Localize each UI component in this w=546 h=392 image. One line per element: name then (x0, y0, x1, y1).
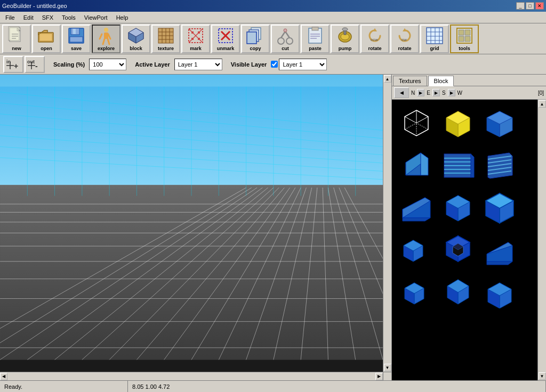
save-icon (67, 26, 86, 45)
copy-button[interactable]: copy (241, 24, 270, 53)
svg-point-43 (278, 38, 284, 44)
block-blue-striped-2[interactable] (480, 146, 519, 185)
new-icon (7, 26, 26, 45)
svg-line-99 (328, 187, 355, 360)
pump-button[interactable]: pump (331, 24, 359, 53)
block-blue-hollow[interactable] (439, 230, 477, 268)
menu-sfx[interactable]: SFX (39, 13, 57, 22)
svg-text:-: - (35, 62, 38, 70)
active-layer-select[interactable]: Layer 1 Layer 2 Layer 3 (174, 59, 222, 70)
dir-prev-button[interactable]: ◀ (394, 87, 409, 98)
block-blue-striped[interactable] (439, 146, 477, 185)
block-button[interactable]: block (122, 24, 150, 53)
mark-icon (186, 26, 205, 45)
menu-file[interactable]: File (2, 13, 18, 22)
block-blue-cube-1[interactable] (480, 105, 519, 143)
block-icon (126, 26, 146, 45)
unmark-button[interactable]: unmark (211, 24, 240, 53)
open-button[interactable]: open (32, 24, 61, 53)
tools-icon (455, 26, 474, 45)
zoom-in-button[interactable]: in + (3, 56, 23, 73)
svg-point-47 (284, 29, 287, 32)
mark-button[interactable]: mark (181, 24, 210, 53)
panel-scroll-up[interactable]: ▲ (539, 100, 546, 108)
cut-button[interactable]: cut (271, 24, 300, 53)
rotate-ccw-button[interactable]: ccw rotate (360, 24, 389, 53)
zoom-out-button[interactable]: out - (25, 56, 45, 73)
svg-line-95 (246, 187, 307, 360)
block-wireframe-cube[interactable] (397, 105, 436, 143)
svg-rect-34 (198, 31, 200, 34)
paste-button[interactable]: paste (301, 24, 330, 53)
scroll-left-arrow[interactable]: ◀ (0, 373, 7, 380)
scaling-select[interactable]: 100 25 50 75 150 200 (89, 59, 126, 70)
save-label: save (71, 46, 82, 51)
dir-next-s[interactable]: ▶ (448, 89, 455, 96)
rotate-cw-icon: cw (395, 26, 414, 45)
viewport-scrollbar-vertical[interactable]: ▲ ▼ (383, 75, 391, 372)
menu-help[interactable]: Help (113, 13, 132, 22)
texture-button[interactable]: texture (151, 24, 180, 53)
dir-next-n[interactable]: ▶ (417, 89, 424, 96)
block-blue-medium[interactable] (439, 271, 477, 309)
block-blue-ramp[interactable] (397, 188, 436, 226)
new-button[interactable]: new (2, 24, 31, 53)
svg-line-16 (108, 34, 110, 39)
grid-icon (425, 26, 444, 45)
save-button[interactable]: save (62, 24, 91, 53)
svg-line-45 (281, 31, 285, 38)
block-blue-small-1[interactable] (397, 230, 436, 268)
tab-textures[interactable]: Textures (393, 76, 427, 86)
viewport-scrollbar-horizontal[interactable]: ◀ ▶ (0, 372, 383, 380)
scroll-down-arrow[interactable]: ▼ (384, 364, 391, 371)
viewport-canvas (0, 75, 391, 380)
dir-next-e[interactable]: ▶ (432, 89, 440, 96)
block-blue-wedge[interactable] (397, 146, 436, 185)
svg-line-91 (136, 187, 284, 360)
titlebar: GeoBuilder - untitled.geo _ □ ✕ (0, 0, 546, 12)
dir-n: N (411, 90, 415, 96)
visible-layer-select[interactable]: Layer 1 Layer 2 Layer 3 (279, 59, 327, 70)
maximize-button[interactable]: □ (526, 2, 534, 10)
visible-layer-checkbox[interactable] (271, 61, 278, 68)
svg-line-97 (301, 187, 317, 360)
block-blue-small-2[interactable] (397, 271, 436, 309)
scroll-right-arrow[interactable]: ▶ (375, 373, 383, 380)
block-blue-partial[interactable] (480, 271, 519, 309)
panel-scrollbar-v[interactable]: ▲ ▼ (537, 100, 546, 380)
close-button[interactable]: ✕ (535, 2, 544, 10)
dir-counter: [0] (538, 90, 544, 96)
svg-line-89 (82, 187, 274, 360)
copy-label: copy (250, 46, 261, 51)
svg-rect-11 (73, 29, 76, 34)
menu-edit[interactable]: Edit (20, 13, 37, 22)
rotate-cw-button[interactable]: cw rotate (390, 24, 419, 53)
panel-scroll-track (538, 108, 546, 372)
minimize-button[interactable]: _ (516, 2, 525, 10)
dir-s: S (442, 90, 446, 96)
block-blue-cube-2[interactable] (439, 188, 477, 226)
tab-block[interactable]: Block (428, 76, 454, 86)
svg-line-136 (416, 117, 428, 123)
titlebar-buttons: _ □ ✕ (516, 2, 544, 10)
svg-rect-113 (0, 189, 383, 360)
menu-tools[interactable]: Tools (59, 13, 79, 22)
tools-button[interactable]: tools (450, 24, 479, 53)
svg-line-17 (103, 39, 105, 44)
block-blue-ramp-2[interactable] (480, 230, 519, 268)
svg-text:+: + (14, 62, 18, 70)
blocks-area[interactable] (392, 100, 537, 380)
main-area: ▲ ▼ ◀ ▶ Textures Block ◀ N ▶ E ▶ S ▶ W (0, 75, 546, 380)
sky-background (0, 75, 391, 212)
block-yellow-cube[interactable] (439, 105, 477, 143)
svg-line-88 (55, 187, 268, 360)
toolbar: new open save (0, 23, 546, 54)
grid-button[interactable]: grid (420, 24, 449, 53)
panel-scroll-down[interactable]: ▼ (539, 372, 546, 380)
explore-button[interactable]: explore (92, 24, 121, 53)
block-blue-cube-3[interactable] (480, 188, 519, 226)
viewport[interactable]: ▲ ▼ ◀ ▶ (0, 75, 391, 380)
menu-viewport[interactable]: ViewPort (81, 13, 111, 22)
new-label: new (12, 46, 21, 51)
scroll-up-arrow[interactable]: ▲ (384, 75, 391, 83)
